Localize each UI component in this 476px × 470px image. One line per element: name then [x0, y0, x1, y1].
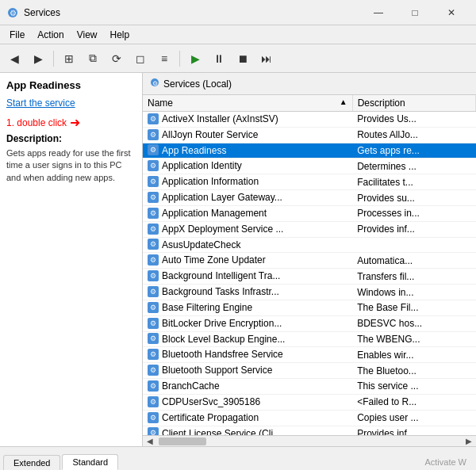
address-text: Services (Local) — [163, 78, 232, 90]
service-description-cell: The Base Fil... — [352, 300, 475, 315]
service-name-cell: ⚙Background Intelligent Tra... — [143, 269, 352, 285]
sort-arrow-icon: ▲ — [340, 97, 347, 106]
table-row[interactable]: ⚙ActiveX Installer (AxInstSV)Provides Us… — [143, 112, 476, 128]
table-row[interactable]: ⚙AllJoyn Router ServiceRoutes AllJo... — [143, 127, 476, 143]
bottom-bar: Extended Standard Activate W — [0, 446, 476, 470]
service-icon: ⚙ — [148, 176, 159, 187]
menu-bar: File Action View Help — [0, 25, 476, 44]
toolbar: ◀ ▶ ⊞ ⧉ ⟳ ◻ ≡ ▶ ⏸ ⏹ ⏭ — [0, 44, 476, 73]
table-row[interactable]: ⚙App ReadinessGets apps re... — [143, 143, 476, 159]
column-header-description[interactable]: Description — [352, 95, 475, 112]
table-row[interactable]: ⚙Bluetooth Support ServiceThe Bluetoo... — [143, 363, 476, 379]
table-row[interactable]: ⚙AsusUpdateCheck — [143, 237, 476, 253]
service-description-cell: Facilitates t... — [352, 174, 475, 190]
service-description-cell: Automatica... — [352, 253, 475, 269]
show-hide-button[interactable]: ⊞ — [58, 48, 80, 70]
back-button[interactable]: ◀ — [3, 48, 25, 70]
service-icon: ⚙ — [148, 349, 159, 360]
table-row[interactable]: ⚙CDPUserSvc_3905186<Failed to R... — [143, 394, 476, 410]
service-name-cell: ⚙Block Level Backup Engine... — [143, 331, 352, 347]
tab-standard[interactable]: Standard — [62, 454, 118, 470]
service-name-cell: ⚙Application Layer Gateway... — [143, 190, 352, 206]
restart-button[interactable]: ⏭ — [255, 48, 278, 70]
table-row[interactable]: ⚙Background Intelligent Tra...Transfers … — [143, 269, 476, 285]
service-icon: ⚙ — [148, 239, 159, 250]
export-button[interactable]: ◻ — [129, 48, 152, 70]
menu-action[interactable]: Action — [31, 28, 70, 42]
service-description-cell: Provides Us... — [352, 112, 475, 128]
service-description-cell: Gets apps re... — [352, 143, 475, 159]
tab-extended[interactable]: Extended — [3, 455, 60, 470]
close-button[interactable]: ✕ — [433, 0, 470, 25]
service-name-cell: ⚙AllJoyn Router Service — [143, 127, 352, 143]
play-button[interactable]: ▶ — [184, 48, 206, 70]
menu-view[interactable]: View — [71, 28, 104, 42]
table-row[interactable]: ⚙BitLocker Drive Encryption...BDESVC hos… — [143, 315, 476, 331]
service-icon: ⚙ — [148, 286, 159, 297]
service-name-cell: ⚙BranchCache — [143, 379, 352, 395]
scroll-thumb[interactable] — [159, 438, 206, 445]
properties-button[interactable]: ≡ — [153, 48, 175, 70]
service-icon: ⚙ — [148, 254, 159, 266]
service-description-cell: Provides inf... — [352, 221, 475, 237]
copy-button[interactable]: ⧉ — [82, 48, 104, 70]
table-row[interactable]: ⚙Background Tasks Infrastr...Windows in.… — [143, 285, 476, 300]
service-description-cell: Windows in... — [352, 285, 475, 300]
table-row[interactable]: ⚙AppX Deployment Service ...Provides inf… — [143, 221, 476, 237]
app-icon: ⚙ — [6, 6, 19, 19]
service-description-cell: Determines ... — [352, 159, 475, 174]
horizontal-scrollbar[interactable]: ◀ ▶ — [143, 435, 476, 446]
service-icon: ⚙ — [148, 302, 159, 313]
stop-button[interactable]: ⏹ — [232, 48, 254, 70]
table-row[interactable]: ⚙Base Filtering EngineThe Base Fil... — [143, 300, 476, 315]
service-name-cell: ⚙Certificate Propagation — [143, 410, 352, 426]
service-description-cell: Transfers fil... — [352, 269, 475, 285]
table-row[interactable]: ⚙Certificate PropagationCopies user ... — [143, 410, 476, 426]
table-row[interactable]: ⚙Application ManagementProcesses in... — [143, 205, 476, 221]
service-name-cell: ⚙Bluetooth Handsfree Service — [143, 347, 352, 363]
table-row[interactable]: ⚙Application Layer Gateway...Provides su… — [143, 190, 476, 206]
minimize-button[interactable]: — — [360, 0, 397, 25]
table-row[interactable]: ⚙Bluetooth Handsfree ServiceEnables wir.… — [143, 347, 476, 363]
table-row[interactable]: ⚙Auto Time Zone UpdaterAutomatica... — [143, 253, 476, 269]
table-row[interactable]: ⚙Application IdentityDetermines ... — [143, 159, 476, 174]
service-icon: ⚙ — [148, 270, 159, 281]
service-icon: ⚙ — [148, 192, 159, 203]
table-row[interactable]: ⚙BranchCacheThis service ... — [143, 379, 476, 395]
service-description-cell: <Failed to R... — [352, 394, 475, 410]
service-description-cell: Routes AllJo... — [352, 127, 475, 143]
menu-help[interactable]: Help — [104, 28, 136, 42]
menu-file[interactable]: File — [3, 28, 31, 42]
column-header-name[interactable]: Name ▲ — [143, 95, 352, 112]
service-icon: ⚙ — [148, 380, 159, 392]
services-table-container[interactable]: Name ▲ Description ⚙ActiveX Installer (A… — [143, 95, 476, 435]
scroll-left-arrow[interactable]: ◀ — [144, 437, 155, 445]
pause-button[interactable]: ⏸ — [208, 48, 230, 70]
maximize-button[interactable]: □ — [397, 0, 433, 25]
table-row[interactable]: ⚙Block Level Backup Engine...The WBENG..… — [143, 331, 476, 347]
service-name-cell: ⚙ActiveX Installer (AxInstSV) — [143, 112, 352, 128]
toolbar-separator-2 — [179, 51, 180, 67]
service-name-cell: ⚙CDPUserSvc_3905186 — [143, 394, 352, 410]
service-description-cell: Enables wir... — [352, 347, 475, 363]
table-row[interactable]: ⚙Client License Service (Cli...Provides … — [143, 426, 476, 435]
scroll-right-arrow[interactable]: ▶ — [463, 437, 474, 445]
service-description-cell: This service ... — [352, 379, 475, 395]
address-icon: ⚙ — [149, 77, 160, 90]
service-name-cell: ⚙Application Information — [143, 174, 352, 190]
toolbar-separator-1 — [53, 51, 54, 67]
right-panel: ⚙ Services (Local) Name ▲ Description — [143, 73, 476, 446]
refresh-button[interactable]: ⟳ — [106, 48, 128, 70]
service-icon: ⚙ — [148, 427, 159, 435]
service-description-cell: The WBENG... — [352, 331, 475, 347]
service-name-cell: ⚙Background Tasks Infrastr... — [143, 285, 352, 300]
table-row[interactable]: ⚙Application InformationFacilitates t... — [143, 174, 476, 190]
service-name-cell: ⚙Base Filtering Engine — [143, 300, 352, 315]
service-description-cell: Copies user ... — [352, 410, 475, 426]
service-icon: ⚙ — [148, 224, 159, 235]
forward-button[interactable]: ▶ — [27, 48, 49, 70]
start-service-link[interactable]: Start the service — [6, 97, 75, 109]
svg-text:⚙: ⚙ — [10, 9, 17, 17]
instruction-label: 1. double click ➜ — [6, 115, 136, 130]
service-description-cell: The Bluetoo... — [352, 363, 475, 379]
